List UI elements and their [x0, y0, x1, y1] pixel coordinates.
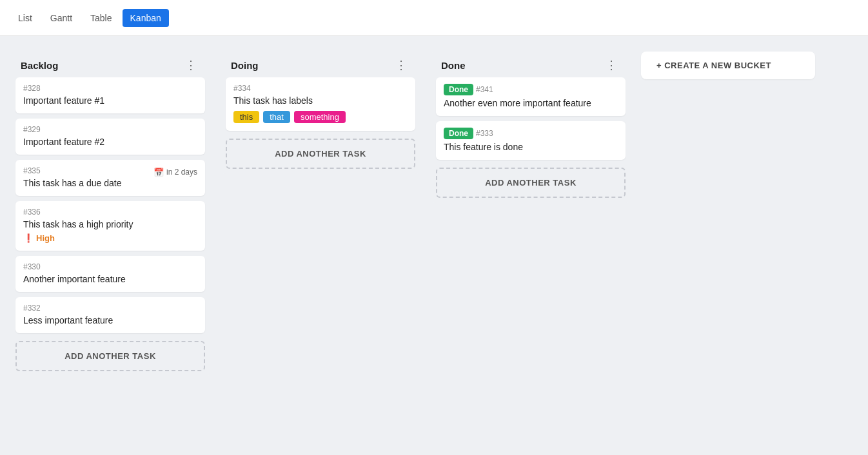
- exclamation-icon: ❗: [23, 233, 34, 243]
- column-backlog-title: Backlog: [21, 60, 58, 71]
- card-335-due: 📅 in 2 days: [153, 168, 197, 177]
- column-doing: Doing ⋮ #334 This task has labels this t…: [221, 52, 420, 174]
- card-334[interactable]: #334 This task has labels this that some…: [226, 77, 415, 131]
- card-333-title: This feature is done: [444, 142, 618, 152]
- column-backlog-menu[interactable]: ⋮: [182, 59, 200, 71]
- top-nav: List Gantt Table Kanban: [0, 0, 868, 36]
- card-334-title: This task has labels: [233, 95, 408, 106]
- column-done-header: Done ⋮: [431, 52, 631, 77]
- card-334-labels: this that something: [233, 111, 408, 123]
- tab-table[interactable]: Table: [83, 9, 119, 27]
- column-doing-header: Doing ⋮: [221, 52, 420, 77]
- create-new-bucket-button[interactable]: + CREATE A NEW BUCKET: [641, 52, 815, 79]
- card-332[interactable]: #332 Less important feature: [15, 297, 205, 333]
- calendar-icon: 📅: [153, 168, 164, 177]
- column-done-title: Done: [441, 60, 466, 71]
- backlog-cards: #328 Important feature #1 #329 Important…: [10, 77, 210, 333]
- card-336-priority-text: High: [36, 233, 55, 243]
- card-329-title: Important feature #2: [23, 137, 197, 147]
- card-332-title: Less important feature: [23, 315, 197, 325]
- card-329-id: #329: [23, 125, 197, 134]
- card-328-title: Important feature #1: [23, 95, 197, 106]
- column-doing-title: Doing: [231, 60, 259, 71]
- tab-kanban[interactable]: Kanban: [123, 9, 169, 27]
- card-328-id: #328: [23, 84, 197, 93]
- card-335-id: #335: [23, 166, 41, 175]
- card-335-due-text: in 2 days: [166, 168, 197, 177]
- done-cards: Done #341 Another even more important fe…: [431, 77, 631, 160]
- card-336-priority: ❗ High: [23, 233, 55, 243]
- card-330[interactable]: #330 Another important feature: [15, 256, 205, 292]
- label-something: something: [294, 111, 346, 123]
- card-336-id: #336: [23, 208, 197, 217]
- backlog-add-task-button[interactable]: ADD ANOTHER TASK: [15, 341, 205, 371]
- card-333[interactable]: Done #333 This feature is done: [436, 121, 626, 160]
- card-335[interactable]: #335 📅 in 2 days This task has a due dat…: [15, 160, 205, 196]
- card-332-id: #332: [23, 304, 197, 313]
- card-330-title: Another important feature: [23, 274, 197, 284]
- kanban-board: Backlog ⋮ #328 Important feature #1 #329…: [0, 36, 868, 392]
- card-341-id: #341: [476, 85, 493, 94]
- column-done: Done ⋮ Done #341 Another even more impor…: [431, 52, 631, 203]
- card-330-id: #330: [23, 262, 197, 271]
- card-335-title: This task has a due date: [23, 178, 197, 188]
- column-backlog: Backlog ⋮ #328 Important feature #1 #329…: [10, 52, 210, 376]
- doing-cards: #334 This task has labels this that some…: [221, 77, 420, 131]
- card-333-id: #333: [476, 129, 493, 138]
- card-341-title: Another even more important feature: [444, 98, 618, 108]
- column-done-menu[interactable]: ⋮: [603, 59, 620, 71]
- doing-add-task-button[interactable]: ADD ANOTHER TASK: [226, 139, 415, 169]
- card-336-title: This task has a high priority: [23, 219, 197, 229]
- card-341-status: Done: [444, 84, 473, 95]
- card-329[interactable]: #329 Important feature #2: [15, 119, 205, 155]
- tab-list[interactable]: List: [10, 9, 40, 27]
- card-333-status: Done: [444, 128, 473, 139]
- label-this: this: [233, 111, 259, 123]
- card-336[interactable]: #336 This task has a high priority ❗ Hig…: [15, 201, 205, 251]
- card-335-meta: #335 📅 in 2 days: [23, 166, 197, 178]
- label-that: that: [263, 111, 290, 123]
- done-add-task-button[interactable]: ADD ANOTHER TASK: [436, 168, 626, 198]
- tab-gantt[interactable]: Gantt: [43, 9, 80, 27]
- card-341[interactable]: Done #341 Another even more important fe…: [436, 77, 626, 116]
- card-334-id: #334: [233, 84, 408, 93]
- column-backlog-header: Backlog ⋮: [10, 52, 210, 77]
- column-doing-menu[interactable]: ⋮: [393, 59, 410, 71]
- card-328[interactable]: #328 Important feature #1: [15, 77, 205, 113]
